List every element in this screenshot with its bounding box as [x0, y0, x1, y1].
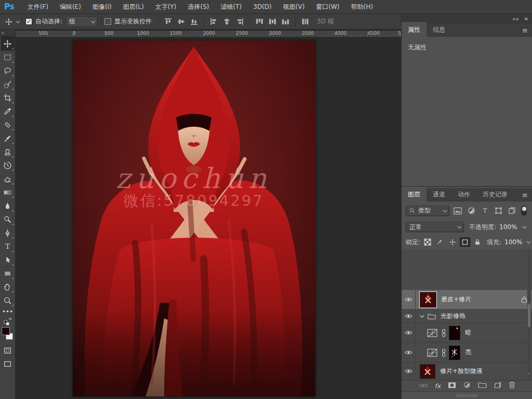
- layer-filter-dropdown[interactable]: 类型: [406, 206, 449, 216]
- menu-file[interactable]: 文件(F): [22, 0, 54, 14]
- quick-selection-tool[interactable]: [1, 77, 15, 91]
- distribute-vcenter-icon[interactable]: [268, 17, 277, 26]
- canvas-image[interactable]: zuochun 微信:578094297: [73, 41, 315, 396]
- tab-properties[interactable]: 属性: [402, 22, 427, 37]
- opacity-value[interactable]: 100%: [499, 223, 517, 231]
- tool-preset-caret[interactable]: [16, 19, 20, 23]
- chevron-down-icon[interactable]: [527, 239, 531, 243]
- pen-tool[interactable]: [1, 226, 15, 240]
- rectangular-marquee-tool[interactable]: [1, 50, 15, 64]
- layer-thumbnail[interactable]: [420, 292, 436, 308]
- align-bottom-icon[interactable]: [190, 17, 198, 26]
- menu-select[interactable]: 选择(S): [182, 0, 215, 14]
- menu-3d[interactable]: 3D(D): [247, 0, 277, 14]
- blend-mode-dropdown[interactable]: 正常: [406, 222, 464, 232]
- auto-select-checkbox[interactable]: ✓: [25, 18, 32, 25]
- menu-type[interactable]: 文字(Y): [150, 0, 182, 14]
- visibility-eye-icon[interactable]: [402, 290, 416, 309]
- filter-type-layers-icon[interactable]: T: [480, 206, 490, 216]
- foreground-background-swatches[interactable]: [1, 327, 15, 343]
- lock-transparency-icon[interactable]: [422, 237, 433, 247]
- lasso-tool[interactable]: [1, 64, 15, 77]
- align-vcenter-icon[interactable]: [177, 17, 185, 26]
- menu-layer[interactable]: 图层(L): [117, 0, 150, 14]
- align-hcenter-icon[interactable]: [222, 17, 231, 26]
- layer-row-xiupian-face[interactable]: 修片+脸型微液: [402, 363, 532, 380]
- filter-adjustment-layers-icon[interactable]: [466, 206, 476, 216]
- panel-menu-icon[interactable]: ≡: [522, 26, 528, 34]
- layers-scrollbar[interactable]: [527, 249, 531, 379]
- new-group-button[interactable]: [478, 382, 487, 390]
- screen-mode-button[interactable]: [1, 357, 15, 370]
- layer-row-mopi-xiupian[interactable]: 磨皮+修片: [402, 290, 532, 310]
- blur-tool[interactable]: [1, 199, 15, 212]
- menu-view[interactable]: 视图(V): [277, 0, 311, 14]
- panel-menu-icon[interactable]: ≡: [522, 191, 528, 199]
- link-layers-icon[interactable]: [419, 382, 428, 390]
- lock-pixels-icon[interactable]: [435, 237, 445, 247]
- distribute-top-icon[interactable]: [255, 17, 264, 26]
- eyedropper-tool[interactable]: [1, 104, 15, 118]
- menu-filter[interactable]: 滤镜(T): [215, 0, 248, 14]
- menu-help[interactable]: 帮助(H): [345, 0, 379, 14]
- align-left-icon[interactable]: [209, 17, 218, 26]
- dodge-tool[interactable]: [1, 212, 15, 226]
- foreground-color-swatch[interactable]: [2, 327, 10, 335]
- crop-tool[interactable]: [1, 91, 15, 104]
- tab-layers[interactable]: 图层: [402, 187, 427, 202]
- eraser-tool[interactable]: [1, 172, 15, 185]
- lock-artboard-icon[interactable]: [460, 237, 470, 247]
- rectangle-tool[interactable]: [1, 267, 15, 280]
- scrollbar-thumb[interactable]: [528, 303, 530, 327]
- layer-row-bright-curves[interactable]: 亮: [402, 343, 532, 363]
- new-adjustment-layer-button[interactable]: [463, 381, 471, 390]
- hand-tool[interactable]: [1, 280, 15, 294]
- scrollbar-down-chevron[interactable]: ⌄: [526, 370, 530, 375]
- menu-edit[interactable]: 编辑(E): [54, 0, 87, 14]
- layer-style-fx-button[interactable]: fx: [435, 382, 441, 390]
- show-transform-checkbox[interactable]: [104, 18, 111, 25]
- menu-image[interactable]: 图像(I): [87, 0, 117, 14]
- menu-window[interactable]: 窗口(W): [310, 0, 345, 14]
- new-layer-button[interactable]: [494, 381, 501, 390]
- filter-toggle-switch[interactable]: [521, 206, 527, 216]
- quick-mask-button[interactable]: [1, 343, 15, 357]
- clone-stamp-tool[interactable]: [1, 145, 15, 158]
- distribute-spacing-icon[interactable]: [301, 17, 310, 26]
- filter-shape-layers-icon[interactable]: [493, 206, 503, 216]
- brush-tool[interactable]: [1, 131, 15, 145]
- group-expand-chevron[interactable]: [420, 315, 424, 318]
- gradient-tool[interactable]: [1, 185, 15, 199]
- distribute-bottom-icon[interactable]: [281, 17, 290, 26]
- align-right-icon[interactable]: [235, 17, 244, 26]
- tab-channels[interactable]: 通道: [427, 188, 451, 202]
- tab-actions[interactable]: 动作: [451, 188, 476, 202]
- fill-value[interactable]: 100%: [504, 238, 522, 246]
- layer-thumbnail[interactable]: [420, 364, 435, 379]
- toolbar-collapse[interactable]: »: [0, 30, 16, 37]
- mask-link-icon[interactable]: [442, 329, 446, 337]
- tab-history[interactable]: 历史记录: [476, 188, 514, 202]
- type-tool[interactable]: T: [1, 240, 15, 253]
- lock-position-icon[interactable]: [447, 237, 458, 247]
- visibility-eye-icon[interactable]: [402, 343, 416, 362]
- add-layer-mask-button[interactable]: [448, 382, 456, 390]
- visibility-eye-icon[interactable]: [402, 310, 416, 323]
- align-top-icon[interactable]: [164, 17, 172, 26]
- layer-row-dark-curves[interactable]: 暗: [402, 323, 532, 343]
- move-tool[interactable]: [1, 37, 15, 50]
- panel-resize-strip[interactable]: [402, 391, 532, 399]
- layer-mask-thumbnail[interactable]: [449, 326, 460, 340]
- default-colors-icon[interactable]: [1, 316, 15, 327]
- delete-layer-trash-icon[interactable]: [509, 381, 515, 390]
- lock-all-icon[interactable]: [472, 237, 483, 247]
- filter-smart-objects-icon[interactable]: [507, 206, 517, 216]
- path-selection-tool[interactable]: [1, 253, 15, 267]
- visibility-eye-icon[interactable]: [402, 363, 416, 380]
- filter-pixel-layers-icon[interactable]: [453, 206, 463, 216]
- spot-healing-brush-tool[interactable]: [1, 118, 15, 131]
- drag-grip-dots[interactable]: [457, 394, 477, 397]
- curves-adjustment-icon[interactable]: [427, 349, 437, 357]
- curves-adjustment-icon[interactable]: [427, 329, 437, 337]
- edit-toolbar-ellipsis[interactable]: •••: [1, 307, 15, 316]
